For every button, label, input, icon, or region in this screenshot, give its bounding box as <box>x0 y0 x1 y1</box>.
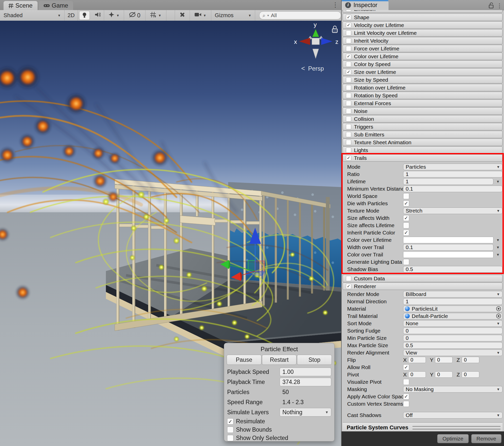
lighting-toggle-button[interactable] <box>78 10 91 21</box>
size-affects-width-checkbox[interactable]: ✓ <box>403 215 409 221</box>
stop-button[interactable]: Stop <box>297 355 332 365</box>
render-mode-dropdown[interactable]: Billboard▼ <box>403 291 502 298</box>
module-external-forces[interactable]: External Forces <box>343 100 502 107</box>
gradient-field[interactable] <box>403 237 493 243</box>
custom-vertex-streams-checkbox[interactable] <box>403 401 409 407</box>
module-velocity-over-lifetime[interactable]: ✓ Velocity over Lifetime <box>343 21 502 29</box>
lock-icon[interactable] <box>488 2 494 10</box>
scene-menu-icon[interactable]: ⋮ <box>332 2 339 8</box>
module-checkbox[interactable]: ✓ <box>346 284 351 289</box>
flip-z-field[interactable]: 0 <box>462 357 479 363</box>
module-triggers[interactable]: Triggers <box>343 123 502 130</box>
module-renderer[interactable]: ✓ Renderer <box>343 283 502 290</box>
module-checkbox[interactable] <box>346 132 351 137</box>
module-checkbox[interactable]: ✓ <box>346 155 351 161</box>
optimize-button[interactable]: Optimize <box>437 434 469 443</box>
module-checkbox[interactable] <box>346 276 351 281</box>
show-only-selected-checkbox[interactable] <box>227 435 233 441</box>
inspector-menu-icon[interactable]: ⋮ <box>496 2 502 9</box>
world-space-checkbox[interactable] <box>403 193 409 199</box>
module-checkbox[interactable] <box>346 62 351 67</box>
module-texture-sheet-animation[interactable]: Texture Sheet Animation <box>343 139 502 146</box>
shading-mode-dropdown[interactable]: Shaded ▼ <box>0 10 65 21</box>
flip-y-field[interactable]: 0 <box>435 357 453 363</box>
module-checkbox[interactable] <box>346 77 351 82</box>
restart-button[interactable]: Restart <box>262 355 297 365</box>
remove-button[interactable]: Remove <box>471 434 501 443</box>
playback-time-field[interactable]: 374.28 <box>280 378 331 386</box>
curve-mode-arrow-icon[interactable]: ▼ <box>496 245 500 249</box>
pivot-z-field[interactable]: 0 <box>462 371 479 378</box>
module-checkbox[interactable] <box>346 30 351 36</box>
object-picker-icon[interactable] <box>496 314 501 318</box>
module-checkbox[interactable] <box>346 147 351 153</box>
sorting-fudge-field[interactable]: 0 <box>403 328 502 334</box>
tab-game[interactable]: Game <box>39 1 73 10</box>
cast-shadows-dropdown[interactable]: Off▼ <box>403 412 502 419</box>
module-checkbox[interactable]: ✓ <box>346 22 351 28</box>
module-checkbox[interactable] <box>346 85 351 90</box>
show-bounds-checkbox[interactable] <box>227 427 233 433</box>
module-checkbox[interactable]: ✓ <box>346 10 351 12</box>
module-checkbox[interactable] <box>346 101 351 106</box>
module-noise[interactable]: Noise <box>343 107 502 115</box>
curve-mode-arrow-icon[interactable]: ▼ <box>496 180 500 184</box>
module-checkbox[interactable] <box>346 140 351 145</box>
gradient-mode-arrow-icon[interactable]: ▼ <box>496 238 500 242</box>
tab-inspector[interactable]: i Inspector <box>342 0 389 10</box>
tab-scene[interactable]: Scene <box>4 1 38 10</box>
module-checkbox[interactable] <box>346 38 351 43</box>
module-lights[interactable]: Lights <box>343 146 502 154</box>
module-force-over-lifetime[interactable]: Force over Lifetime <box>343 45 502 52</box>
mode-dropdown[interactable]: Particles▼ <box>403 164 502 170</box>
trail-material-object-field[interactable]: Default-Particle <box>403 313 502 319</box>
max-particle-size-field[interactable]: 0.5 <box>403 342 502 349</box>
playback-speed-field[interactable]: 1.00 <box>280 368 331 376</box>
grid-visibility-dropdown[interactable]: ▼ <box>145 10 166 21</box>
masking-dropdown[interactable]: No Masking▼ <box>403 386 502 393</box>
module-rotation-by-speed[interactable]: Rotation by Speed <box>343 92 502 99</box>
resimulate-checkbox[interactable]: ✓ <box>227 418 233 425</box>
texture-mode-dropdown[interactable]: Stretch▼ <box>403 207 502 214</box>
module-checkbox[interactable]: ✓ <box>346 54 351 59</box>
module-color-over-lifetime[interactable]: ✓ Color over Lifetime <box>343 53 502 60</box>
pivot-x-field[interactable]: 0 <box>408 371 426 378</box>
generate-lighting-data-checkbox[interactable] <box>403 259 409 265</box>
camera-dropdown-button[interactable]: ▼ <box>190 10 211 21</box>
module-checkbox[interactable] <box>346 93 351 98</box>
module-checkbox[interactable]: ✓ <box>346 69 351 75</box>
shadow-bias-field[interactable]: 0.5 <box>403 266 502 273</box>
module-limit-velocity[interactable]: Limit Velocity over Lifetime <box>343 29 502 37</box>
module-checkbox[interactable] <box>346 108 351 114</box>
die-with-particles-checkbox[interactable]: ✓ <box>403 200 409 206</box>
allow-roll-checkbox[interactable]: ✓ <box>403 364 409 370</box>
ratio-field[interactable]: 1 <box>403 171 502 177</box>
module-emission[interactable]: ✓ Emission <box>343 10 502 13</box>
module-size-over-lifetime[interactable]: ✓ Size over Lifetime <box>343 68 502 76</box>
flip-x-field[interactable]: 0 <box>408 357 426 363</box>
visualize-pivot-checkbox[interactable] <box>403 379 409 385</box>
module-shape[interactable]: ✓ Shape <box>343 14 502 21</box>
effects-dropdown-button[interactable]: ▼ <box>104 10 124 21</box>
apply-active-color-space-checkbox[interactable]: ✓ <box>403 394 409 400</box>
normal-direction-field[interactable]: 1 <box>403 298 502 305</box>
drag-handle-lines[interactable] <box>412 426 500 429</box>
module-sub-emitters[interactable]: Sub Emitters <box>343 131 502 138</box>
module-checkbox[interactable] <box>346 116 351 122</box>
width-over-trail-field[interactable]: 0.1 <box>403 244 493 251</box>
scene-search-input[interactable]: ⌕ ▼ All <box>259 11 341 19</box>
module-checkbox[interactable] <box>346 124 351 129</box>
module-size-by-speed[interactable]: Size by Speed <box>343 76 502 83</box>
2d-toggle-button[interactable]: 2D <box>65 10 78 21</box>
module-collision[interactable]: Collision <box>343 115 502 123</box>
module-checkbox[interactable]: ✓ <box>346 15 351 20</box>
persp-toggle[interactable]: < Persp <box>301 65 324 72</box>
module-custom-data[interactable]: Custom Data <box>343 275 502 282</box>
gizmos-dropdown[interactable]: Gizmos ▼ <box>211 10 255 21</box>
module-inherit-velocity[interactable]: Inherit Velocity <box>343 37 502 44</box>
hidden-objects-button[interactable]: 0 <box>124 10 145 21</box>
module-checkbox[interactable] <box>346 46 351 51</box>
render-alignment-dropdown[interactable]: View▼ <box>403 349 502 356</box>
inherit-particle-color-checkbox[interactable]: ✓ <box>403 230 409 236</box>
min-particle-size-field[interactable]: 0 <box>403 335 502 341</box>
